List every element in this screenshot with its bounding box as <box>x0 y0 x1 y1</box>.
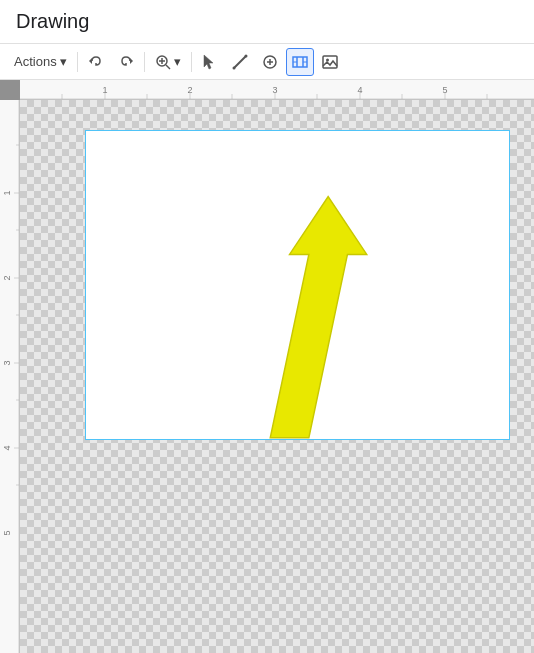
toolbar-separator-1 <box>77 52 78 72</box>
toolbar: Actions ▾ ▾ <box>0 44 534 80</box>
shapes-button[interactable] <box>256 48 284 76</box>
svg-line-3 <box>166 65 170 69</box>
actions-label: Actions <box>14 54 57 69</box>
ruler-top-svg: 1 2 3 4 5 <box>20 80 534 100</box>
zoom-button[interactable]: ▾ <box>149 48 187 76</box>
line-icon <box>231 53 249 71</box>
svg-point-8 <box>232 66 235 69</box>
zoom-icon <box>155 54 171 70</box>
undo-button[interactable] <box>82 48 110 76</box>
cursor-icon <box>201 53 219 71</box>
actions-button[interactable]: Actions ▾ <box>8 48 73 76</box>
canvas-area[interactable]: 1 2 3 4 5 1 2 3 4 5 <box>0 80 534 653</box>
svg-text:4: 4 <box>2 445 12 450</box>
svg-line-7 <box>234 56 246 68</box>
select-tool-button[interactable] <box>196 48 224 76</box>
canvas-content[interactable] <box>20 100 534 653</box>
undo-icon <box>87 53 105 71</box>
shapes-icon <box>261 53 279 71</box>
toolbar-separator-2 <box>144 52 145 72</box>
textbox-tool-button[interactable] <box>286 48 314 76</box>
zoom-dropdown-icon: ▾ <box>174 54 181 69</box>
svg-text:1: 1 <box>2 190 12 195</box>
line-tool-button[interactable] <box>226 48 254 76</box>
ruler-left-svg: 1 2 3 4 5 <box>0 100 20 653</box>
actions-dropdown-icon: ▾ <box>60 54 67 69</box>
svg-text:2: 2 <box>2 275 12 280</box>
svg-marker-0 <box>89 58 92 64</box>
app-title: Drawing <box>16 10 518 33</box>
svg-point-19 <box>326 58 329 61</box>
image-icon <box>321 53 339 71</box>
redo-icon <box>117 53 135 71</box>
toolbar-separator-3 <box>191 52 192 72</box>
image-tool-button[interactable] <box>316 48 344 76</box>
svg-text:5: 5 <box>2 530 12 535</box>
redo-button[interactable] <box>112 48 140 76</box>
title-bar: Drawing <box>0 0 534 44</box>
svg-point-9 <box>244 54 247 57</box>
svg-text:3: 3 <box>2 360 12 365</box>
svg-marker-1 <box>130 58 133 64</box>
textbox-icon <box>291 53 309 71</box>
drawing-page[interactable] <box>85 130 510 440</box>
ruler-left: 1 2 3 4 5 <box>0 100 20 653</box>
svg-rect-18 <box>323 56 337 68</box>
ruler-top: 1 2 3 4 5 <box>20 80 534 100</box>
svg-marker-6 <box>204 55 213 69</box>
